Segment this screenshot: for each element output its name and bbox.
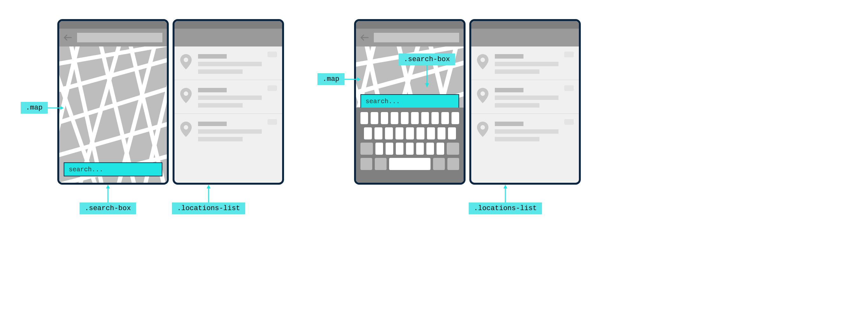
svg-marker-17 bbox=[106, 185, 110, 189]
search-placeholder: search... bbox=[69, 166, 103, 173]
badge bbox=[268, 119, 277, 125]
pin-icon bbox=[477, 122, 489, 137]
badge bbox=[268, 52, 277, 57]
badge bbox=[564, 119, 574, 125]
device-locations-list bbox=[469, 19, 581, 185]
scene-b-keyboard-visible: search... bbox=[354, 19, 581, 185]
app-header bbox=[59, 29, 167, 46]
svg-marker-21 bbox=[357, 77, 361, 81]
arrow-right-icon bbox=[48, 105, 64, 111]
arrow-up-icon bbox=[105, 185, 111, 202]
callout-label: .locations-list bbox=[172, 202, 245, 214]
pin-icon bbox=[180, 54, 192, 69]
pin-icon bbox=[180, 88, 192, 103]
locations-list[interactable] bbox=[471, 46, 579, 147]
callout-search-box: .search-box bbox=[80, 185, 136, 214]
pin-icon bbox=[180, 122, 192, 137]
callout-label: .search-box bbox=[399, 54, 455, 65]
app-header bbox=[356, 29, 464, 46]
window-controls-icon bbox=[565, 22, 576, 27]
status-bar bbox=[175, 21, 282, 29]
callout-locations-list: .locations-list bbox=[469, 185, 542, 214]
device-map: search... bbox=[57, 19, 169, 185]
callout-locations-list: .locations-list bbox=[172, 185, 245, 214]
callout-label: .map bbox=[21, 102, 48, 113]
pin-icon bbox=[477, 88, 489, 103]
arrow-up-icon bbox=[502, 185, 508, 202]
callout-label: .map bbox=[317, 73, 344, 85]
scene-a-keyboard-hidden: search... bbox=[57, 19, 284, 185]
list-item[interactable] bbox=[175, 80, 282, 114]
arrow-up-icon bbox=[206, 185, 212, 202]
search-box[interactable]: search... bbox=[361, 94, 459, 108]
window-controls-icon bbox=[268, 22, 280, 27]
header-search-input[interactable] bbox=[374, 33, 459, 42]
list-item[interactable] bbox=[471, 46, 579, 80]
status-bar bbox=[59, 21, 167, 29]
back-arrow-icon[interactable] bbox=[361, 34, 370, 41]
app-header bbox=[175, 29, 282, 46]
back-arrow-icon[interactable] bbox=[64, 34, 73, 41]
svg-marker-19 bbox=[207, 185, 211, 189]
list-item[interactable] bbox=[175, 114, 282, 147]
callout-search-box: .search-box bbox=[399, 54, 455, 88]
arrow-right-icon bbox=[344, 76, 361, 83]
map[interactable]: search... bbox=[59, 46, 167, 183]
callout-label: .locations-list bbox=[469, 202, 542, 214]
list-item[interactable] bbox=[175, 46, 282, 80]
callout-label: .search-box bbox=[80, 202, 136, 214]
list-item[interactable] bbox=[471, 80, 579, 114]
on-screen-keyboard[interactable] bbox=[356, 108, 464, 183]
arrow-down-icon bbox=[424, 65, 430, 88]
pin-icon bbox=[477, 54, 489, 69]
locations-list[interactable] bbox=[175, 46, 282, 147]
status-bar bbox=[471, 21, 579, 29]
header-search-input[interactable] bbox=[77, 33, 162, 42]
callout-map: .map bbox=[317, 73, 361, 85]
list-item[interactable] bbox=[471, 114, 579, 147]
status-bar bbox=[356, 21, 464, 29]
badge bbox=[564, 52, 574, 57]
svg-marker-25 bbox=[503, 185, 507, 189]
device-locations-list bbox=[173, 19, 284, 185]
search-box[interactable]: search... bbox=[64, 162, 162, 176]
badge bbox=[268, 85, 277, 91]
search-placeholder: search... bbox=[366, 98, 400, 105]
callout-map: .map bbox=[21, 102, 64, 113]
badge bbox=[564, 85, 574, 91]
svg-marker-23 bbox=[425, 83, 429, 88]
device-map: search... bbox=[354, 19, 466, 185]
svg-marker-15 bbox=[61, 106, 64, 110]
app-header bbox=[471, 29, 579, 46]
